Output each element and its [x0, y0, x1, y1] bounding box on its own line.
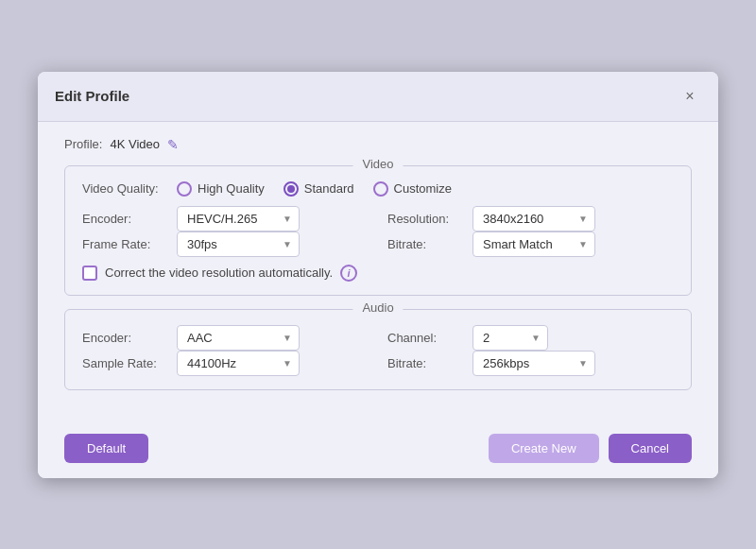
encoder-col: Encoder: HEVC/H.265 H.264 AVI MPEG-2 ▼: [82, 206, 369, 232]
profile-name: 4K Video: [110, 137, 160, 151]
channel-row: Channel: 2 1 6 ▼: [387, 325, 674, 351]
audio-encoder-select[interactable]: AAC MP3 AC3: [177, 325, 300, 351]
video-bitrate-label: Bitrate:: [387, 237, 463, 251]
info-icon[interactable]: i: [340, 265, 357, 282]
samplerate-bitrate-row: Sample Rate: 44100Hz 48000Hz 22050Hz ▼: [82, 351, 674, 376]
profile-label: Profile:: [64, 137, 102, 151]
radio-circle-standard: [284, 181, 299, 197]
radio-label-customize: Customize: [394, 181, 452, 196]
audio-encoder-row: Encoder: AAC MP3 AC3 ▼: [82, 325, 369, 351]
resolution-label: Resolution:: [387, 212, 463, 226]
quality-row: Video Quality: High Quality Standard Cus…: [82, 181, 674, 197]
edit-profile-dialog: Edit Profile × Profile: 4K Video ✎ Video…: [38, 72, 718, 478]
video-encoder-select-wrapper: HEVC/H.265 H.264 AVI MPEG-2 ▼: [177, 206, 300, 232]
quality-radio-group: High Quality Standard Customize: [177, 181, 674, 197]
auto-correct-row: Correct the video resolution automatical…: [82, 265, 674, 282]
video-bitrate-row: Bitrate: Smart Match Custom Auto ▼: [387, 232, 674, 257]
audio-section: Audio Encoder: AAC MP3 AC3 ▼: [64, 309, 692, 390]
radio-circle-customize: [373, 181, 388, 197]
sample-rate-select[interactable]: 44100Hz 48000Hz 22050Hz: [177, 351, 300, 376]
audio-bitrate-select-wrapper: 256kbps 128kbps 192kbps 320kbps ▼: [472, 351, 595, 376]
video-section-title: Video: [352, 157, 403, 171]
audio-section-title: Audio: [352, 300, 403, 315]
encoder-resolution-row: Encoder: HEVC/H.265 H.264 AVI MPEG-2 ▼: [82, 206, 674, 232]
radio-customize[interactable]: Customize: [373, 181, 452, 197]
sample-rate-col: Sample Rate: 44100Hz 48000Hz 22050Hz ▼: [82, 351, 369, 376]
sample-rate-label: Sample Rate:: [82, 356, 167, 370]
audio-encoder-select-wrapper: AAC MP3 AC3 ▼: [177, 325, 300, 351]
audio-bitrate-row: Bitrate: 256kbps 128kbps 192kbps 320kbps…: [387, 351, 674, 376]
audio-bitrate-col: Bitrate: 256kbps 128kbps 192kbps 320kbps…: [369, 351, 674, 376]
channel-col: Channel: 2 1 6 ▼: [369, 325, 674, 351]
encoder-row: Encoder: HEVC/H.265 H.264 AVI MPEG-2 ▼: [82, 206, 369, 232]
audio-encoder-channel-row: Encoder: AAC MP3 AC3 ▼ Channel: [82, 325, 674, 351]
auto-correct-checkbox[interactable]: [82, 266, 97, 281]
create-new-button[interactable]: Create New: [489, 434, 599, 463]
dialog-title: Edit Profile: [55, 88, 129, 104]
default-button[interactable]: Default: [64, 434, 148, 463]
resolution-col: Resolution: 3840x2160 1920x1080 1280x720…: [369, 206, 674, 232]
profile-row: Profile: 4K Video ✎: [64, 137, 692, 152]
channel-select[interactable]: 2 1 6: [472, 325, 548, 351]
radio-label-high: High Quality: [198, 181, 265, 196]
radio-standard[interactable]: Standard: [284, 181, 354, 197]
channel-select-wrapper: 2 1 6 ▼: [472, 325, 548, 351]
frame-rate-label: Frame Rate:: [82, 237, 167, 251]
sample-rate-select-wrapper: 44100Hz 48000Hz 22050Hz ▼: [177, 351, 300, 376]
audio-bitrate-label: Bitrate:: [387, 356, 463, 370]
cancel-button[interactable]: Cancel: [609, 434, 692, 463]
channel-label: Channel:: [387, 331, 463, 345]
audio-bitrate-select[interactable]: 256kbps 128kbps 192kbps 320kbps: [472, 351, 595, 376]
video-encoder-select[interactable]: HEVC/H.265 H.264 AVI MPEG-2: [177, 206, 300, 232]
footer: Default Create New Cancel: [38, 422, 718, 478]
framerate-bitrate-row: Frame Rate: 30fps 60fps 24fps 25fps ▼: [82, 232, 674, 257]
video-encoder-label: Encoder:: [82, 212, 167, 226]
audio-encoder-label: Encoder:: [82, 331, 167, 345]
sample-rate-row: Sample Rate: 44100Hz 48000Hz 22050Hz ▼: [82, 351, 369, 376]
quality-label: Video Quality:: [82, 181, 167, 196]
footer-right-buttons: Create New Cancel: [489, 434, 692, 463]
frame-rate-row: Frame Rate: 30fps 60fps 24fps 25fps ▼: [82, 232, 369, 257]
radio-circle-high: [177, 181, 192, 197]
video-bitrate-select-wrapper: Smart Match Custom Auto ▼: [472, 232, 595, 257]
auto-correct-label: Correct the video resolution automatical…: [105, 266, 333, 280]
resolution-select-wrapper: 3840x2160 1920x1080 1280x720 720x480 ▼: [472, 206, 595, 232]
close-button[interactable]: ×: [679, 85, 701, 108]
video-bitrate-select[interactable]: Smart Match Custom Auto: [472, 232, 595, 257]
frame-rate-select-wrapper: 30fps 60fps 24fps 25fps ▼: [177, 232, 300, 257]
radio-high-quality[interactable]: High Quality: [177, 181, 265, 197]
dialog-body: Profile: 4K Video ✎ Video Video Quality:…: [38, 122, 718, 422]
resolution-row: Resolution: 3840x2160 1920x1080 1280x720…: [387, 206, 674, 232]
video-section: Video Video Quality: High Quality Standa…: [64, 165, 692, 296]
framerate-col: Frame Rate: 30fps 60fps 24fps 25fps ▼: [82, 232, 369, 257]
resolution-select[interactable]: 3840x2160 1920x1080 1280x720 720x480: [472, 206, 595, 232]
video-bitrate-col: Bitrate: Smart Match Custom Auto ▼: [369, 232, 674, 257]
audio-encoder-col: Encoder: AAC MP3 AC3 ▼: [82, 325, 369, 351]
title-bar: Edit Profile ×: [38, 72, 718, 122]
edit-profile-icon[interactable]: ✎: [167, 137, 179, 152]
radio-label-standard: Standard: [304, 181, 354, 196]
frame-rate-select[interactable]: 30fps 60fps 24fps 25fps: [177, 232, 300, 257]
